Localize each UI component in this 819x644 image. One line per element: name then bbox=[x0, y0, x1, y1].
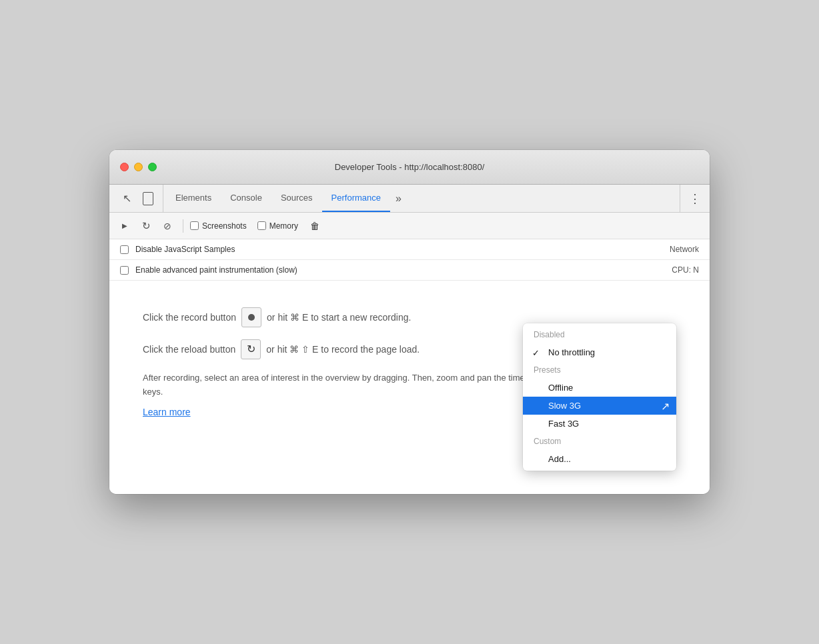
tab-sources-label: Sources bbox=[281, 193, 313, 203]
record-icon: ▶ bbox=[122, 222, 127, 229]
device-toggle-btn[interactable] bbox=[139, 189, 157, 208]
reload-icon: ↻ bbox=[142, 220, 151, 232]
description-end: keys. bbox=[143, 387, 163, 397]
minimize-button[interactable] bbox=[134, 163, 143, 171]
dropdown-disabled-label: Disabled bbox=[523, 326, 676, 343]
fast-3g-label: Fast 3G bbox=[548, 419, 579, 429]
dropdown-slow-3g[interactable]: Slow 3G ↗ bbox=[523, 397, 676, 415]
stop-button[interactable]: ⊘ bbox=[159, 217, 176, 235]
cursor-pointer-icon: ↗ bbox=[661, 399, 670, 412]
reload-record-button[interactable]: ↻ bbox=[137, 217, 155, 235]
device-icon bbox=[143, 192, 153, 205]
title-bar: Developer Tools - http://localhost:8080/ bbox=[109, 150, 710, 185]
screenshots-checkbox[interactable] bbox=[190, 221, 199, 230]
more-options-button[interactable]: ⋮ bbox=[686, 189, 704, 208]
screenshots-label: Screenshots bbox=[202, 221, 247, 231]
dropdown-add[interactable]: Add... bbox=[523, 450, 676, 468]
cursor-icon-btn[interactable]: ↖ bbox=[117, 189, 136, 208]
tab-console[interactable]: Console bbox=[221, 185, 271, 212]
dropdown-fast-3g[interactable]: Fast 3G bbox=[523, 415, 676, 433]
tabs-container: Elements Console Sources Performance » bbox=[166, 185, 680, 212]
clear-recording-button[interactable]: 🗑 bbox=[306, 217, 323, 235]
settings-area: Disable JavaScript Samples Network Enabl… bbox=[109, 239, 710, 281]
inline-record-button[interactable] bbox=[241, 307, 261, 327]
tab-elements-label: Elements bbox=[175, 193, 211, 203]
tab-more-button[interactable]: » bbox=[390, 185, 407, 212]
advanced-paint-checkbox[interactable] bbox=[120, 266, 129, 275]
inline-record-icon bbox=[248, 314, 255, 321]
cursor-icon: ↖ bbox=[123, 192, 131, 205]
tab-sources[interactable]: Sources bbox=[271, 185, 322, 212]
close-button[interactable] bbox=[120, 163, 129, 171]
tab-performance-label: Performance bbox=[331, 193, 381, 203]
tab-console-label: Console bbox=[230, 193, 262, 203]
record-button[interactable]: ▶ bbox=[116, 217, 133, 235]
tab-bar: ↖ Elements Console Sources Performance » bbox=[109, 185, 710, 213]
devtools-icon-group: ↖ bbox=[115, 185, 163, 212]
inline-reload-button[interactable]: ↻ bbox=[241, 339, 261, 359]
network-throttling-dropdown: Disabled ✓ No throttling Presets Offline… bbox=[523, 323, 676, 471]
no-throttling-label: No throttling bbox=[548, 347, 595, 357]
dropdown-custom-label: Custom bbox=[523, 433, 676, 450]
window-title: Developer Tools - http://localhost:8080/ bbox=[335, 162, 485, 172]
disable-js-samples-label: Disable JavaScript Samples bbox=[135, 245, 663, 254]
tab-bar-right: ⋮ bbox=[680, 185, 704, 212]
stop-icon: ⊘ bbox=[163, 221, 171, 231]
add-label: Add... bbox=[548, 454, 571, 464]
advanced-paint-label: Enable advanced paint instrumentation (s… bbox=[135, 265, 665, 275]
chevron-right-icon: » bbox=[395, 193, 401, 205]
toolbar-separator-1 bbox=[183, 219, 183, 233]
tab-performance[interactable]: Performance bbox=[322, 185, 390, 212]
memory-checkbox-group[interactable]: Memory bbox=[257, 221, 298, 231]
disable-js-samples-checkbox[interactable] bbox=[120, 245, 129, 254]
dropdown-offline[interactable]: Offline bbox=[523, 379, 676, 397]
record-instruction-pre: Click the record button bbox=[143, 310, 236, 325]
performance-toolbar: ▶ ↻ ⊘ Screenshots Memory 🗑 bbox=[109, 213, 710, 239]
settings-row-paint: Enable advanced paint instrumentation (s… bbox=[109, 260, 710, 281]
reload-instruction-pre: Click the reload button bbox=[143, 342, 235, 357]
cpu-label: CPU: N bbox=[672, 265, 699, 275]
settings-row-js-samples: Disable JavaScript Samples Network bbox=[109, 239, 710, 260]
dropdown-presets-label: Presets bbox=[523, 361, 676, 379]
maximize-button[interactable] bbox=[148, 163, 157, 171]
slow-3g-label: Slow 3G bbox=[548, 401, 581, 411]
more-icon: ⋮ bbox=[689, 191, 701, 206]
devtools-window: Developer Tools - http://localhost:8080/… bbox=[109, 150, 710, 494]
learn-more-link[interactable]: Learn more bbox=[143, 407, 191, 417]
trash-icon: 🗑 bbox=[310, 221, 319, 231]
record-instruction-post: or hit ⌘ E to start a new recording. bbox=[267, 310, 411, 325]
traffic-lights bbox=[120, 163, 157, 171]
offline-label: Offline bbox=[548, 383, 573, 393]
reload-instruction-post: or hit ⌘ ⇧ E to record the page load. bbox=[266, 342, 420, 357]
checkmark-icon: ✓ bbox=[532, 347, 540, 357]
dropdown-no-throttling[interactable]: ✓ No throttling bbox=[523, 343, 676, 361]
inline-reload-icon: ↻ bbox=[247, 341, 255, 358]
network-label: Network bbox=[670, 245, 699, 254]
memory-label: Memory bbox=[269, 221, 298, 231]
screenshots-checkbox-group[interactable]: Screenshots bbox=[190, 221, 247, 231]
memory-checkbox[interactable] bbox=[257, 221, 266, 230]
tab-elements[interactable]: Elements bbox=[166, 185, 221, 212]
